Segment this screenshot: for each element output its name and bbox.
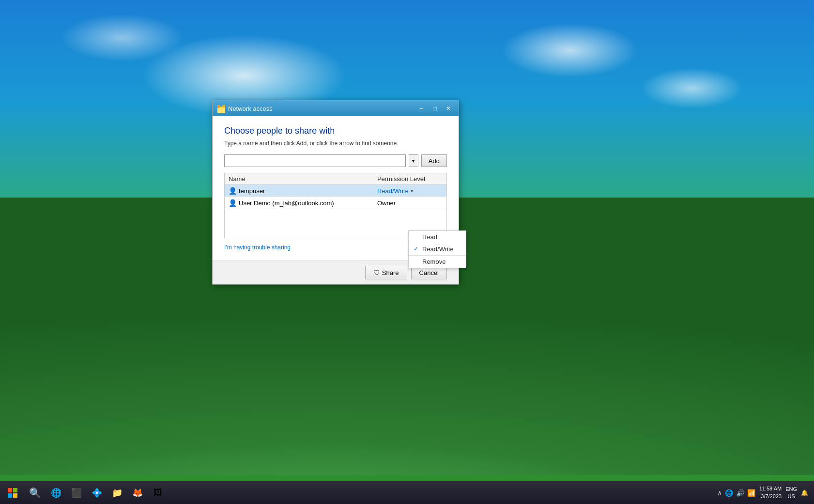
maximize-button[interactable]: □: [429, 104, 441, 113]
permission-dropdown-menu: ReadRead/WriteRemove: [408, 230, 466, 268]
window-titlebar: 🗂️ Network access – □ ✕: [213, 101, 459, 116]
svg-rect-1: [13, 488, 17, 492]
user-name-cell: 👤User Demo (m_lab@outlook.com): [225, 197, 373, 209]
permission-label: Read/Write: [377, 187, 409, 195]
menu-item-read[interactable]: Read: [409, 231, 466, 243]
table-row[interactable]: 👤User Demo (m_lab@outlook.com)Owner: [225, 197, 447, 209]
svg-rect-0: [8, 488, 12, 492]
menu-item-remove[interactable]: Remove: [409, 255, 466, 268]
share-table: Name Permission Level 👤tempuserRead/Writ…: [224, 173, 447, 238]
clock-time[interactable]: 11:58 AM: [759, 485, 782, 492]
user-icon: 👤: [229, 187, 237, 195]
window-controls: – □ ✕: [415, 104, 455, 113]
chevron-up-icon[interactable]: ∧: [717, 489, 722, 497]
firefox-icon: 🦊: [132, 488, 143, 498]
search-taskbar-button[interactable]: 🔍: [25, 483, 45, 503]
clock-date: 3/7/2023: [761, 493, 782, 500]
chevron-down-icon: ▾: [411, 188, 413, 194]
photo-icon: 🖼: [154, 488, 162, 498]
share-button[interactable]: 🛡 Share: [365, 266, 407, 279]
language-indicator[interactable]: ENGUS: [785, 486, 797, 500]
desktop: 🗂️ Network access – □ ✕ Choose people to…: [0, 0, 814, 504]
permission-cell[interactable]: Read/Write▾: [373, 185, 447, 197]
terminal-icon: ⬛: [71, 488, 82, 498]
taskbar-right: ∧ 🌐 🔊 📶 11:58 AM 3/7/2023 ENGUS 🔔: [717, 485, 814, 500]
photo-icon-taskbar-button[interactable]: 🖼: [148, 483, 168, 503]
notifications-icon[interactable]: 🔔: [801, 489, 808, 496]
taskbar-icons: 🌐⬛💠📁🦊🖼: [46, 483, 168, 503]
network-icon[interactable]: 🌐: [725, 489, 733, 497]
permission-label: Owner: [377, 199, 396, 207]
window-title: Network access: [228, 105, 415, 112]
explorer-icon-taskbar-button[interactable]: 📁: [108, 483, 127, 503]
vscode-icon: 💠: [92, 488, 102, 498]
permission-column-header: Permission Level: [373, 173, 447, 185]
name-column-header: Name: [225, 173, 373, 185]
dialog-subtext: Type a name and then click Add, or click…: [224, 140, 447, 147]
user-name-cell: 👤tempuser: [225, 185, 373, 197]
system-tray: ∧ 🌐 🔊 📶: [717, 489, 755, 497]
share-icon: 🛡: [373, 269, 380, 276]
user-name: tempuser: [239, 187, 265, 195]
input-row: ▾ Add: [224, 154, 447, 167]
volume-icon[interactable]: 🔊: [736, 489, 744, 497]
menu-item-read-write[interactable]: Read/Write: [409, 243, 466, 255]
firefox-icon-taskbar-button[interactable]: 🦊: [128, 483, 147, 503]
table-row[interactable]: 👤tempuserRead/Write▾: [225, 185, 447, 197]
search-icon: 🔍: [29, 487, 41, 499]
wifi-icon: 📶: [747, 489, 755, 497]
start-button[interactable]: [2, 482, 23, 504]
name-dropdown-button[interactable]: ▾: [409, 154, 418, 167]
user-name: User Demo (m_lab@outlook.com): [239, 199, 334, 207]
edge-icon-taskbar-button[interactable]: 🌐: [46, 483, 66, 503]
taskbar: 🔍 🌐⬛💠📁🦊🖼 ∧ 🌐 🔊 📶 11:58 AM 3/7/2023 ENGUS…: [0, 481, 814, 504]
user-icon: 👤: [229, 199, 237, 207]
explorer-icon: 📁: [112, 488, 123, 498]
name-input[interactable]: [224, 154, 406, 167]
add-button[interactable]: Add: [421, 154, 447, 167]
edge-icon: 🌐: [51, 488, 61, 498]
vscode-icon-taskbar-button[interactable]: 💠: [87, 483, 107, 503]
dialog-heading: Choose people to share with: [224, 126, 447, 136]
svg-rect-2: [8, 493, 12, 498]
close-button[interactable]: ✕: [442, 104, 455, 113]
svg-rect-3: [13, 493, 17, 498]
window-icon: 🗂️: [216, 104, 225, 113]
minimize-button[interactable]: –: [415, 104, 428, 113]
permission-cell[interactable]: Owner: [373, 197, 447, 209]
terminal-icon-taskbar-button[interactable]: ⬛: [67, 483, 86, 503]
